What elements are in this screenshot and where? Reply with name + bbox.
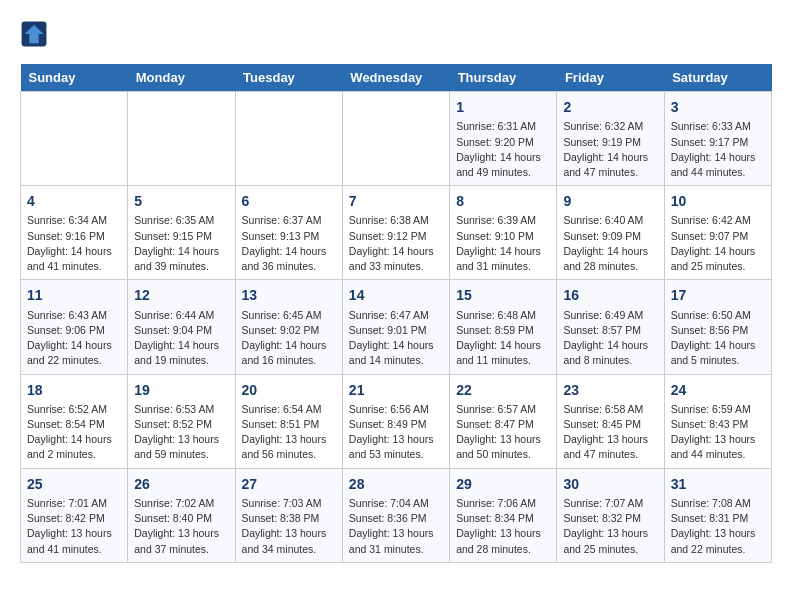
day-number: 12 [134, 285, 228, 305]
day-number: 15 [456, 285, 550, 305]
calendar-cell: 30Sunrise: 7:07 AM Sunset: 8:32 PM Dayli… [557, 468, 664, 562]
day-number: 20 [242, 380, 336, 400]
calendar-cell: 17Sunrise: 6:50 AM Sunset: 8:56 PM Dayli… [664, 280, 771, 374]
calendar-week-5: 25Sunrise: 7:01 AM Sunset: 8:42 PM Dayli… [21, 468, 772, 562]
calendar-cell: 19Sunrise: 6:53 AM Sunset: 8:52 PM Dayli… [128, 374, 235, 468]
day-info: Sunrise: 6:37 AM Sunset: 9:13 PM Dayligh… [242, 213, 336, 274]
col-header-saturday: Saturday [664, 64, 771, 92]
day-number: 2 [563, 97, 657, 117]
day-number: 27 [242, 474, 336, 494]
day-number: 28 [349, 474, 443, 494]
calendar-week-3: 11Sunrise: 6:43 AM Sunset: 9:06 PM Dayli… [21, 280, 772, 374]
day-number: 31 [671, 474, 765, 494]
day-info: Sunrise: 6:42 AM Sunset: 9:07 PM Dayligh… [671, 213, 765, 274]
calendar-cell: 21Sunrise: 6:56 AM Sunset: 8:49 PM Dayli… [342, 374, 449, 468]
calendar-cell: 18Sunrise: 6:52 AM Sunset: 8:54 PM Dayli… [21, 374, 128, 468]
day-number: 4 [27, 191, 121, 211]
calendar-cell: 9Sunrise: 6:40 AM Sunset: 9:09 PM Daylig… [557, 186, 664, 280]
calendar-cell: 22Sunrise: 6:57 AM Sunset: 8:47 PM Dayli… [450, 374, 557, 468]
calendar-cell: 3Sunrise: 6:33 AM Sunset: 9:17 PM Daylig… [664, 92, 771, 186]
day-number: 9 [563, 191, 657, 211]
day-number: 13 [242, 285, 336, 305]
day-info: Sunrise: 6:52 AM Sunset: 8:54 PM Dayligh… [27, 402, 121, 463]
logo-icon [20, 20, 48, 48]
calendar-cell [21, 92, 128, 186]
day-number: 23 [563, 380, 657, 400]
day-number: 17 [671, 285, 765, 305]
calendar-cell: 2Sunrise: 6:32 AM Sunset: 9:19 PM Daylig… [557, 92, 664, 186]
day-info: Sunrise: 6:53 AM Sunset: 8:52 PM Dayligh… [134, 402, 228, 463]
calendar-cell: 11Sunrise: 6:43 AM Sunset: 9:06 PM Dayli… [21, 280, 128, 374]
calendar-cell [128, 92, 235, 186]
calendar-cell: 16Sunrise: 6:49 AM Sunset: 8:57 PM Dayli… [557, 280, 664, 374]
day-number: 21 [349, 380, 443, 400]
col-header-wednesday: Wednesday [342, 64, 449, 92]
calendar-cell: 10Sunrise: 6:42 AM Sunset: 9:07 PM Dayli… [664, 186, 771, 280]
calendar-cell: 28Sunrise: 7:04 AM Sunset: 8:36 PM Dayli… [342, 468, 449, 562]
calendar-cell [235, 92, 342, 186]
day-info: Sunrise: 7:08 AM Sunset: 8:31 PM Dayligh… [671, 496, 765, 557]
day-number: 18 [27, 380, 121, 400]
day-number: 7 [349, 191, 443, 211]
day-info: Sunrise: 6:47 AM Sunset: 9:01 PM Dayligh… [349, 308, 443, 369]
calendar-cell: 24Sunrise: 6:59 AM Sunset: 8:43 PM Dayli… [664, 374, 771, 468]
day-number: 6 [242, 191, 336, 211]
day-number: 29 [456, 474, 550, 494]
calendar-cell: 25Sunrise: 7:01 AM Sunset: 8:42 PM Dayli… [21, 468, 128, 562]
day-number: 16 [563, 285, 657, 305]
calendar-cell: 23Sunrise: 6:58 AM Sunset: 8:45 PM Dayli… [557, 374, 664, 468]
day-number: 19 [134, 380, 228, 400]
day-info: Sunrise: 6:33 AM Sunset: 9:17 PM Dayligh… [671, 119, 765, 180]
day-info: Sunrise: 7:07 AM Sunset: 8:32 PM Dayligh… [563, 496, 657, 557]
day-info: Sunrise: 6:49 AM Sunset: 8:57 PM Dayligh… [563, 308, 657, 369]
calendar-cell: 29Sunrise: 7:06 AM Sunset: 8:34 PM Dayli… [450, 468, 557, 562]
calendar-cell: 13Sunrise: 6:45 AM Sunset: 9:02 PM Dayli… [235, 280, 342, 374]
calendar-table: SundayMondayTuesdayWednesdayThursdayFrid… [20, 64, 772, 563]
calendar-cell: 26Sunrise: 7:02 AM Sunset: 8:40 PM Dayli… [128, 468, 235, 562]
day-info: Sunrise: 6:48 AM Sunset: 8:59 PM Dayligh… [456, 308, 550, 369]
calendar-cell: 15Sunrise: 6:48 AM Sunset: 8:59 PM Dayli… [450, 280, 557, 374]
day-info: Sunrise: 7:04 AM Sunset: 8:36 PM Dayligh… [349, 496, 443, 557]
day-info: Sunrise: 6:56 AM Sunset: 8:49 PM Dayligh… [349, 402, 443, 463]
calendar-cell: 6Sunrise: 6:37 AM Sunset: 9:13 PM Daylig… [235, 186, 342, 280]
calendar-cell: 27Sunrise: 7:03 AM Sunset: 8:38 PM Dayli… [235, 468, 342, 562]
day-info: Sunrise: 6:57 AM Sunset: 8:47 PM Dayligh… [456, 402, 550, 463]
day-number: 10 [671, 191, 765, 211]
day-number: 22 [456, 380, 550, 400]
day-info: Sunrise: 7:03 AM Sunset: 8:38 PM Dayligh… [242, 496, 336, 557]
day-number: 3 [671, 97, 765, 117]
day-info: Sunrise: 6:54 AM Sunset: 8:51 PM Dayligh… [242, 402, 336, 463]
calendar-header: SundayMondayTuesdayWednesdayThursdayFrid… [21, 64, 772, 92]
day-info: Sunrise: 6:38 AM Sunset: 9:12 PM Dayligh… [349, 213, 443, 274]
day-number: 5 [134, 191, 228, 211]
col-header-thursday: Thursday [450, 64, 557, 92]
calendar-cell: 1Sunrise: 6:31 AM Sunset: 9:20 PM Daylig… [450, 92, 557, 186]
day-number: 8 [456, 191, 550, 211]
calendar-cell: 14Sunrise: 6:47 AM Sunset: 9:01 PM Dayli… [342, 280, 449, 374]
page-header [20, 20, 772, 48]
day-number: 24 [671, 380, 765, 400]
day-info: Sunrise: 6:39 AM Sunset: 9:10 PM Dayligh… [456, 213, 550, 274]
day-number: 30 [563, 474, 657, 494]
calendar-cell: 31Sunrise: 7:08 AM Sunset: 8:31 PM Dayli… [664, 468, 771, 562]
day-info: Sunrise: 6:50 AM Sunset: 8:56 PM Dayligh… [671, 308, 765, 369]
calendar-cell: 5Sunrise: 6:35 AM Sunset: 9:15 PM Daylig… [128, 186, 235, 280]
day-info: Sunrise: 6:43 AM Sunset: 9:06 PM Dayligh… [27, 308, 121, 369]
col-header-tuesday: Tuesday [235, 64, 342, 92]
day-number: 14 [349, 285, 443, 305]
day-number: 1 [456, 97, 550, 117]
day-number: 25 [27, 474, 121, 494]
day-number: 11 [27, 285, 121, 305]
calendar-week-2: 4Sunrise: 6:34 AM Sunset: 9:16 PM Daylig… [21, 186, 772, 280]
calendar-cell: 8Sunrise: 6:39 AM Sunset: 9:10 PM Daylig… [450, 186, 557, 280]
day-info: Sunrise: 6:32 AM Sunset: 9:19 PM Dayligh… [563, 119, 657, 180]
calendar-cell: 12Sunrise: 6:44 AM Sunset: 9:04 PM Dayli… [128, 280, 235, 374]
calendar-cell: 7Sunrise: 6:38 AM Sunset: 9:12 PM Daylig… [342, 186, 449, 280]
day-info: Sunrise: 6:34 AM Sunset: 9:16 PM Dayligh… [27, 213, 121, 274]
day-number: 26 [134, 474, 228, 494]
col-header-monday: Monday [128, 64, 235, 92]
col-header-sunday: Sunday [21, 64, 128, 92]
calendar-week-1: 1Sunrise: 6:31 AM Sunset: 9:20 PM Daylig… [21, 92, 772, 186]
day-info: Sunrise: 7:06 AM Sunset: 8:34 PM Dayligh… [456, 496, 550, 557]
day-info: Sunrise: 6:31 AM Sunset: 9:20 PM Dayligh… [456, 119, 550, 180]
